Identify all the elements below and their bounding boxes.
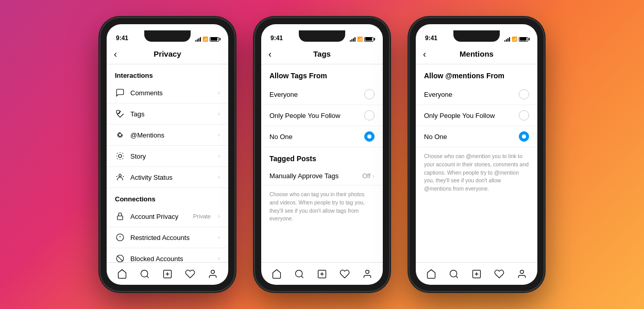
manually-approve-row[interactable]: Manually Approve Tags Off › [261, 167, 383, 185]
menu-item-tags[interactable]: Tags › [107, 104, 228, 125]
menu-item-restricted[interactable]: Restricted Accounts › [107, 227, 228, 248]
nav-add-3[interactable] [467, 265, 486, 283]
menu-item-comments[interactable]: Comments › [107, 82, 228, 104]
nav-home-1[interactable] [113, 265, 131, 283]
menu-item-mentions[interactable]: @Mentions › [107, 125, 228, 146]
svg-point-20 [296, 270, 302, 277]
mentions-description: Choose who can @mention you to link to y… [416, 147, 537, 198]
story-icon [115, 151, 125, 161]
nav-profile-1[interactable] [204, 265, 222, 283]
nav-home-2[interactable] [267, 265, 286, 283]
svg-point-3 [119, 175, 122, 177]
manually-approve-label: Manually Approve Tags [269, 172, 362, 180]
follow-radio-mentions[interactable] [519, 110, 529, 121]
comments-label: Comments [130, 89, 213, 97]
wifi-icon-1: 📶 [202, 37, 208, 42]
status-icons-1: 📶 [195, 37, 219, 42]
option-follow-mentions[interactable]: Only People You Follow [416, 105, 537, 126]
follow-radio-tags[interactable] [364, 110, 375, 121]
battery-icon-3 [519, 37, 528, 42]
menu-item-story[interactable]: Story › [107, 146, 228, 167]
back-button-2[interactable]: ‹ [268, 49, 272, 59]
lock-icon [115, 211, 125, 221]
mention-icon [115, 130, 125, 140]
mentions-chevron: › [218, 131, 220, 139]
mentions-label: @Mentions [130, 131, 213, 139]
notch-1 [144, 30, 191, 42]
svg-point-25 [366, 270, 369, 273]
noone-radio-mentions[interactable] [519, 131, 529, 142]
battery-icon-2 [364, 37, 374, 42]
option-everyone-mentions[interactable]: Everyone [416, 84, 537, 105]
tagged-posts-title: Tagged Posts [261, 147, 383, 167]
nav-home-3[interactable] [422, 265, 440, 283]
battery-fill-2 [365, 38, 372, 41]
sb1 [504, 40, 505, 42]
signal-bar-1 [195, 40, 196, 42]
activity-icon [115, 172, 125, 182]
phone-screen-3: 9:41 📶 ‹ Mentions Allow @mentions From [416, 24, 537, 285]
sb2 [506, 39, 507, 42]
bottom-nav-2 [261, 262, 383, 285]
status-time-3: 9:41 [425, 35, 437, 42]
back-button-3[interactable]: ‹ [423, 49, 426, 59]
mentions-title: Mentions [460, 49, 494, 58]
tags-label: Tags [130, 110, 213, 118]
notch-3 [453, 30, 500, 42]
tags-description: Choose who can tag you in their photos a… [261, 185, 383, 228]
nav-profile-2[interactable] [358, 265, 377, 283]
privacy-content: Interactions Comments › Tags › @Men [107, 64, 228, 262]
blocked-chevron: › [218, 255, 220, 262]
option-noone-mentions[interactable]: No One [416, 126, 537, 147]
noone-tags-label: No One [269, 133, 364, 141]
allow-mentions-title: Allow @mentions From [416, 64, 537, 84]
manually-approve-value: Off [362, 173, 370, 180]
wifi-icon-2: 📶 [357, 37, 363, 42]
option-noone-tags[interactable]: No One [261, 126, 383, 147]
nav-add-1[interactable] [158, 265, 177, 283]
noone-radio-tags[interactable] [364, 131, 375, 142]
tags-title: Tags [313, 49, 331, 58]
svg-point-2 [118, 154, 122, 158]
tag-icon [115, 109, 125, 119]
everyone-mentions-label: Everyone [424, 91, 519, 98]
nav-search-3[interactable] [445, 265, 463, 283]
signal-bar-3 [198, 38, 199, 42]
nav-heart-3[interactable] [490, 265, 509, 283]
phone-tags: 9:41 📶 ‹ Tags Allow Tags From [255, 18, 389, 291]
menu-item-blocked[interactable]: Blocked Accounts › [107, 248, 228, 262]
everyone-radio-mentions[interactable] [519, 89, 529, 99]
svg-line-15 [147, 276, 149, 278]
s3 [353, 38, 354, 42]
activity-chevron: › [218, 174, 220, 181]
nav-search-2[interactable] [290, 265, 309, 283]
nav-add-2[interactable] [313, 265, 331, 283]
phone-screen-1: 9:41 📶 ‹ Privacy Interactions [107, 24, 228, 285]
nav-heart-2[interactable] [335, 265, 354, 283]
phone-screen-2: 9:41 📶 ‹ Tags Allow Tags From [261, 24, 383, 285]
nav-profile-3[interactable] [513, 265, 531, 283]
allow-tags-title: Allow Tags From [261, 64, 383, 84]
nav-heart-1[interactable] [181, 265, 199, 283]
privacy-title: Privacy [154, 49, 181, 58]
menu-item-activity[interactable]: Activity Status › [107, 167, 228, 188]
follow-mentions-label: Only People You Follow [424, 112, 519, 119]
follow-tags-label: Only People You Follow [269, 112, 364, 119]
menu-item-account-privacy[interactable]: Account Privacy Private › [107, 206, 228, 227]
account-privacy-value: Private [193, 213, 211, 219]
nav-search-1[interactable] [135, 265, 154, 283]
option-follow-tags[interactable]: Only People You Follow [261, 105, 383, 126]
phone-privacy: 9:41 📶 ‹ Privacy Interactions [100, 18, 234, 291]
svg-point-1 [118, 133, 122, 136]
account-privacy-chevron: › [218, 213, 220, 220]
bottom-nav-3 [416, 262, 537, 285]
signal-bars-1 [195, 37, 201, 42]
svg-line-7 [117, 256, 123, 262]
signal-bars-2 [350, 37, 355, 42]
blocked-icon [115, 253, 125, 262]
back-button-1[interactable]: ‹ [114, 49, 117, 59]
status-icons-3: 📶 [504, 37, 528, 42]
interactions-header: Interactions [107, 64, 228, 82]
everyone-radio-tags[interactable] [364, 89, 375, 99]
option-everyone-tags[interactable]: Everyone [261, 84, 383, 105]
